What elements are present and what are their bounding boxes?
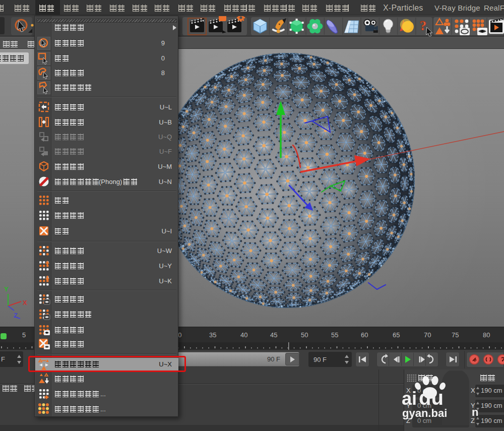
svg-text:?: ?: [420, 18, 427, 33]
svg-text:Y: Y: [4, 285, 9, 293]
svg-text:n: n: [472, 406, 478, 418]
svg-text:du: du: [419, 387, 444, 409]
svg-text:gyan.bai: gyan.bai: [402, 407, 447, 419]
svg-text:X: X: [23, 299, 27, 306]
svg-text:ai: ai: [402, 388, 417, 409]
